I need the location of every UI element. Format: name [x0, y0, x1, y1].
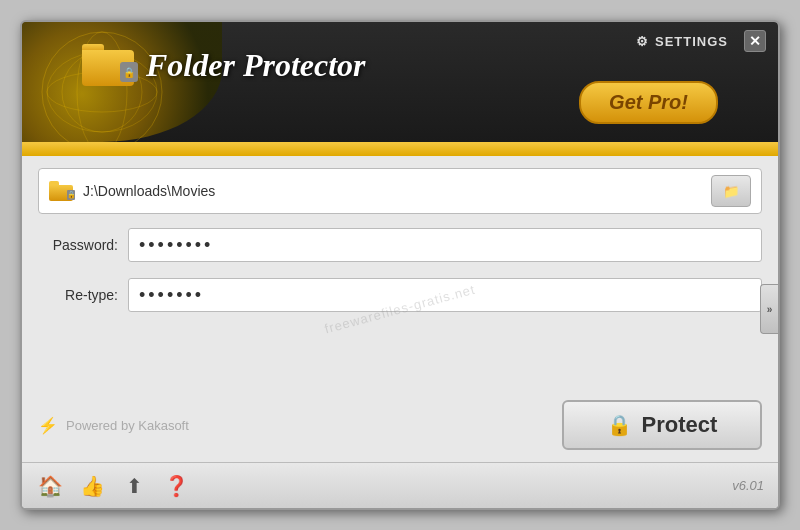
powered-by: ⚡ Powered by Kakasoft — [38, 416, 189, 435]
upload-icon: ⬆ — [126, 474, 143, 498]
version-label: v6.01 — [732, 478, 764, 493]
settings-button[interactable]: ⚙ SETTINGS — [636, 34, 728, 49]
retype-label: Re-type: — [38, 287, 128, 303]
path-lock-icon: 🔒 — [67, 190, 75, 200]
app-folder-icon: 🔒 — [82, 44, 134, 86]
lock-badge: 🔒 — [120, 62, 138, 82]
close-button[interactable]: ✕ — [744, 30, 766, 52]
gear-icon: ⚙ — [636, 34, 649, 49]
retype-row: Re-type: — [38, 278, 762, 312]
help-icon: ❓ — [164, 474, 189, 498]
get-pro-button[interactable]: Get Pro! — [579, 81, 718, 124]
chevron-right-icon: » — [767, 304, 773, 315]
thumbs-up-button[interactable]: 👍 — [78, 472, 106, 500]
thumbs-up-icon: 👍 — [80, 474, 105, 498]
settings-label: SETTINGS — [655, 34, 728, 49]
path-folder-body: 🔒 — [49, 185, 73, 201]
protect-lock-icon: 🔒 — [607, 413, 632, 437]
powered-by-text: Powered by Kakasoft — [66, 418, 189, 433]
content-area: freewarefiles-gratis.net 🔒 J:\Downloads\… — [22, 156, 778, 462]
sidebar-handle[interactable]: » — [760, 284, 778, 334]
header-top-bar: ⚙ SETTINGS ✕ — [636, 30, 766, 52]
yellow-band — [22, 142, 778, 156]
retype-input[interactable] — [128, 278, 762, 312]
password-row: Password: — [38, 228, 762, 262]
footer-icons: 🏠 👍 ⬆ ❓ — [36, 472, 190, 500]
protect-button[interactable]: 🔒 Protect — [562, 400, 762, 450]
path-folder-icon: 🔒 — [49, 181, 73, 201]
path-text: J:\Downloads\Movies — [83, 183, 701, 199]
home-button[interactable]: 🏠 — [36, 472, 64, 500]
app-title: Folder Protector — [146, 47, 366, 84]
app-logo-area: 🔒 Folder Protector — [82, 44, 366, 86]
path-bar: 🔒 J:\Downloads\Movies 📁 — [38, 168, 762, 214]
browse-button[interactable]: 📁 — [711, 175, 751, 207]
footer-bar: 🏠 👍 ⬆ ❓ v6.01 — [22, 462, 778, 508]
upload-button[interactable]: ⬆ — [120, 472, 148, 500]
help-button[interactable]: ❓ — [162, 472, 190, 500]
password-label: Password: — [38, 237, 128, 253]
password-input[interactable] — [128, 228, 762, 262]
home-icon: 🏠 — [38, 474, 63, 498]
bolt-icon: ⚡ — [38, 416, 58, 435]
folder-body: 🔒 — [82, 50, 134, 86]
main-window: 🔒 Folder Protector ⚙ SETTINGS ✕ Get Pro!… — [20, 20, 780, 510]
browse-folder-icon: 📁 — [723, 184, 740, 199]
protect-label: Protect — [642, 412, 718, 438]
header: 🔒 Folder Protector ⚙ SETTINGS ✕ Get Pro! — [22, 22, 778, 142]
bottom-row: ⚡ Powered by Kakasoft 🔒 Protect — [38, 392, 762, 450]
